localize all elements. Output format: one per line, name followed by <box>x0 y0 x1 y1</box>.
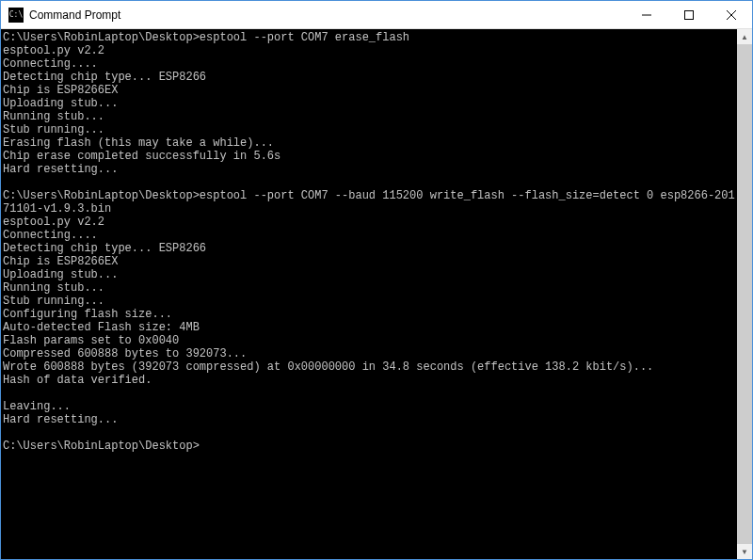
close-button[interactable] <box>710 1 752 28</box>
scroll-down-button[interactable]: ▼ <box>737 544 752 559</box>
scroll-up-button[interactable]: ▲ <box>737 29 752 44</box>
scrollbar[interactable]: ▲ ▼ <box>737 29 752 559</box>
minimize-icon <box>642 10 651 20</box>
svg-rect-0 <box>684 10 693 19</box>
close-icon <box>727 10 736 20</box>
scroll-track[interactable] <box>737 44 752 544</box>
window-title: Command Prompt <box>29 8 625 22</box>
titlebar[interactable]: C:\ Command Prompt <box>1 1 752 29</box>
maximize-button[interactable] <box>667 1 710 28</box>
window-controls <box>625 1 752 28</box>
minimize-button[interactable] <box>625 1 667 28</box>
scroll-thumb[interactable] <box>737 44 752 544</box>
terminal-container: C:\Users\RobinLaptop\Desktop>esptool --p… <box>1 29 752 559</box>
cmd-icon: C:\ <box>8 8 24 23</box>
terminal-output[interactable]: C:\Users\RobinLaptop\Desktop>esptool --p… <box>1 29 737 559</box>
maximize-icon <box>684 10 694 20</box>
